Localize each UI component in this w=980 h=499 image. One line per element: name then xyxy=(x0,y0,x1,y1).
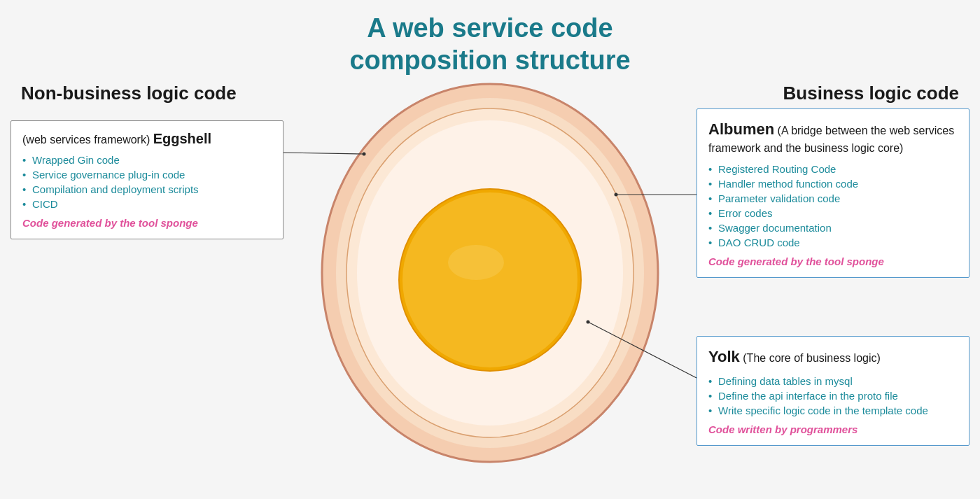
eggshell-footer: Code generated by the tool sponge xyxy=(22,217,272,229)
list-item: CICD xyxy=(22,198,272,210)
eggshell-prefix: (web services framework) xyxy=(22,134,150,146)
svg-point-3 xyxy=(357,120,623,426)
list-item: Handler method function code xyxy=(708,178,958,190)
svg-line-7 xyxy=(284,153,364,154)
yolk-box: Yolk (The core of business logic) Defini… xyxy=(696,336,969,446)
eggshell-name: Eggshell xyxy=(153,131,211,146)
eggshell-list: Wrapped Gin code Service governance plug… xyxy=(22,154,272,210)
page: A web service code composition structure… xyxy=(0,0,980,499)
svg-point-0 xyxy=(322,84,658,462)
list-item: Compilation and deployment scripts xyxy=(22,183,272,195)
svg-point-4 xyxy=(399,189,581,371)
right-section-header: Business logic code xyxy=(783,83,959,104)
yolk-list: Defining data tables in mysql Define the… xyxy=(708,375,958,416)
eggshell-title: (web services framework) Eggshell xyxy=(22,131,272,147)
albumen-box: Albumen (A bridge between the web servic… xyxy=(696,108,969,278)
svg-line-11 xyxy=(588,322,696,378)
left-section-header: Non-business logic code xyxy=(21,83,237,104)
list-item: Registered Routing Code xyxy=(708,163,958,175)
list-item: DAO CRUD code xyxy=(708,237,958,248)
page-title: A web service code composition structure xyxy=(0,13,980,76)
svg-point-1 xyxy=(336,98,644,448)
list-item: Error codes xyxy=(708,207,958,219)
list-item: Defining data tables in mysql xyxy=(708,375,958,387)
yolk-footer: Code written by programmers xyxy=(708,423,958,435)
albumen-name: Albumen xyxy=(708,120,774,138)
list-item: Service governance plug-in code xyxy=(22,169,272,181)
list-item: Parameter validation code xyxy=(708,192,958,204)
albumen-list: Registered Routing Code Handler method f… xyxy=(708,163,958,248)
svg-point-2 xyxy=(346,108,634,437)
list-item: Write specific logic code in the templat… xyxy=(708,405,958,416)
yolk-name: Yolk xyxy=(708,348,740,365)
list-item: Define the api interface in the proto fi… xyxy=(708,390,958,402)
list-item: Swagger documentation xyxy=(708,222,958,234)
eggshell-box: (web services framework) Eggshell Wrappe… xyxy=(10,120,284,239)
yolk-title: Yolk (The core of business logic) xyxy=(708,346,958,368)
svg-point-10 xyxy=(615,193,618,197)
albumen-title: Albumen (A bridge between the web servic… xyxy=(708,119,958,156)
list-item: Wrapped Gin code xyxy=(22,154,272,166)
svg-point-5 xyxy=(402,192,578,367)
title-section: A web service code composition structure xyxy=(0,0,980,76)
svg-point-12 xyxy=(587,321,590,324)
svg-point-8 xyxy=(363,153,366,156)
albumen-footer: Code generated by the tool sponge xyxy=(708,255,958,267)
svg-point-6 xyxy=(448,245,504,280)
yolk-description: (The core of business logic) xyxy=(743,352,881,364)
